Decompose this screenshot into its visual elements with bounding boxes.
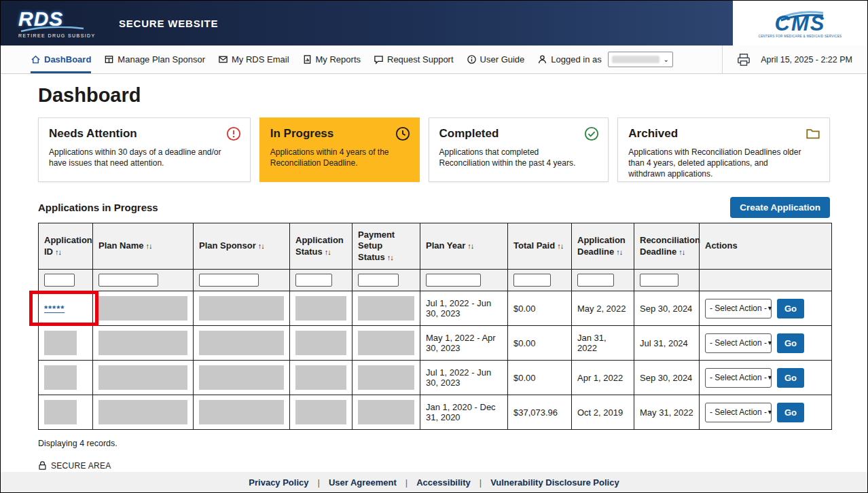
go-button[interactable]: Go <box>777 299 804 318</box>
rds-logo-text: RDS <box>18 9 98 29</box>
redacted-value <box>44 400 77 424</box>
plan-name-cell <box>93 395 194 430</box>
nav-item-request-support[interactable]: Request Support <box>374 45 454 73</box>
action-select[interactable]: - Select Action -▼ <box>705 368 772 388</box>
card-description: Applications with Reconciliation Deadlin… <box>628 147 819 180</box>
filter-reconciliation-deadline-input[interactable] <box>640 274 679 287</box>
total-paid-cell: $0.00 <box>508 361 572 395</box>
report-icon <box>302 54 312 65</box>
total-paid-cell: $0.00 <box>508 326 572 361</box>
col-application-id[interactable]: Application ID↑↓ <box>39 223 93 270</box>
nav-item-label: User Guide <box>480 54 525 65</box>
card-in-progress[interactable]: In Progress Applications within 4 years … <box>259 117 420 182</box>
redacted-value <box>199 365 284 390</box>
banner-right: CMS CENTERS FOR MEDICARE & MEDICAID SERV… <box>733 1 867 45</box>
card-completed[interactable]: Completed Applications that completed Re… <box>429 117 609 182</box>
table-filter-row <box>39 270 832 291</box>
nav-item-logged-in-as: Logged in as ⌄ <box>537 45 672 73</box>
filter-application-id-input[interactable] <box>44 274 75 287</box>
filter-total-paid-input[interactable] <box>513 274 551 287</box>
footer-link-accessibility[interactable]: Accessibility <box>416 477 471 488</box>
redacted-value <box>295 400 346 424</box>
filter-application-deadline-input[interactable] <box>577 274 614 287</box>
application-status-cell <box>290 361 352 395</box>
table-row: ***** Jul 1, 2022 - Jun 30, 2023 $0.00 M… <box>39 291 832 326</box>
plan-year-cell: Jul 1, 2022 - Jun 30, 2023 <box>420 291 508 326</box>
actions-cell: - Select Action -▼ Go <box>700 291 832 326</box>
action-select[interactable]: - Select Action -▼ <box>705 299 772 318</box>
card-description: Applications within 4 years of the Recon… <box>270 147 409 168</box>
total-paid-cell: $0.00 <box>508 291 572 326</box>
cms-tagline: CENTERS FOR MEDICARE & MEDICAID SERVICES <box>759 35 842 38</box>
table-row: Jan 1, 2020 - Dec 31, 2020 $37,073.96 Oc… <box>39 395 832 430</box>
check-circle-icon <box>584 126 599 141</box>
plan-name-cell <box>93 291 194 326</box>
page-title: Dashboard <box>38 84 830 107</box>
go-button[interactable]: Go <box>777 368 804 388</box>
col-total-paid[interactable]: Total Paid↑↓ <box>508 223 572 270</box>
logged-in-user-select[interactable]: ⌄ <box>608 52 673 67</box>
filter-plan-year-input[interactable] <box>426 274 481 287</box>
sort-icon[interactable]: ↑↓ <box>616 248 622 256</box>
actions-cell: - Select Action -▼ Go <box>700 361 832 395</box>
plan-name-cell <box>93 326 194 361</box>
secure-area-label: SECURE AREA <box>51 461 111 471</box>
banner-left: RDS RETIREE DRUG SUBSIDY SECURE WEBSITE <box>1 1 733 45</box>
filter-plan-sponsor-input[interactable] <box>199 274 259 287</box>
col-payment-setup-status[interactable]: Payment Setup Status↑↓ <box>352 223 420 270</box>
card-needs-attention[interactable]: Needs Attention Applications within 30 d… <box>38 117 251 182</box>
application-id-cell <box>39 395 93 430</box>
reconciliation-deadline-cell: Sep 30, 2024 <box>634 291 700 326</box>
chevron-down-icon: ▼ <box>767 305 773 312</box>
filter-payment-setup-status-input[interactable] <box>358 274 399 287</box>
sort-icon[interactable]: ↑↓ <box>557 242 563 250</box>
footer-link-vulnerability-disclosure[interactable]: Vulnerability Disclosure Policy <box>490 477 619 488</box>
payment-setup-status-cell <box>352 326 420 361</box>
nav-item-dashboard[interactable]: DashBoard <box>31 45 91 73</box>
application-id-link[interactable]: ***** <box>44 304 65 314</box>
action-select[interactable]: - Select Action -▼ <box>705 403 772 422</box>
plan-year-cell: May 1, 2022 - Apr 30, 2023 <box>420 326 508 361</box>
application-id-cell <box>39 326 93 361</box>
sort-icon[interactable]: ↑↓ <box>325 248 331 256</box>
redacted-value <box>98 400 187 424</box>
col-reconciliation-deadline[interactable]: Reconciliation Deadline↑↓ <box>634 223 700 270</box>
footer-link-privacy-policy[interactable]: Privacy Policy <box>249 477 308 488</box>
go-button[interactable]: Go <box>777 333 804 353</box>
top-banner: RDS RETIREE DRUG SUBSIDY SECURE WEBSITE … <box>1 1 867 45</box>
card-description: Applications within 30 days of a deadlin… <box>49 147 240 168</box>
nav-item-my-reports[interactable]: My Reports <box>302 45 361 73</box>
footer-separator: | <box>318 477 320 488</box>
plan-sponsor-cell <box>194 291 290 326</box>
create-application-button[interactable]: Create Application <box>730 197 830 218</box>
col-plan-sponsor[interactable]: Plan Sponsor↑↓ <box>194 223 290 270</box>
footer-link-user-agreement[interactable]: User Agreement <box>329 477 397 488</box>
action-select[interactable]: - Select Action -▼ <box>705 333 772 353</box>
printer-icon[interactable] <box>736 53 751 67</box>
chevron-down-icon: ▼ <box>767 340 773 346</box>
info-icon <box>467 54 477 65</box>
sort-icon[interactable]: ↑↓ <box>387 253 393 261</box>
sort-icon[interactable]: ↑↓ <box>55 248 61 256</box>
col-application-status[interactable]: Application Status↑↓ <box>290 223 352 270</box>
sort-icon[interactable]: ↑↓ <box>467 242 473 250</box>
payment-setup-status-cell <box>352 291 420 326</box>
sort-icon[interactable]: ↑↓ <box>679 248 685 256</box>
card-archived[interactable]: Archived Applications with Reconciliatio… <box>617 117 830 182</box>
nav-item-user-guide[interactable]: User Guide <box>467 45 525 73</box>
payment-setup-status-cell <box>352 395 420 430</box>
col-application-deadline[interactable]: Application Deadline↑↓ <box>572 223 634 270</box>
home-icon <box>31 54 41 65</box>
application-deadline-cell: May 2, 2022 <box>572 291 634 326</box>
sort-icon[interactable]: ↑↓ <box>145 242 151 250</box>
filter-plan-name-input[interactable] <box>98 274 158 287</box>
redacted-value <box>44 331 77 355</box>
sort-icon[interactable]: ↑↓ <box>258 242 264 250</box>
col-plan-year[interactable]: Plan Year↑↓ <box>420 223 508 270</box>
filter-application-status-input[interactable] <box>295 274 332 287</box>
col-plan-name[interactable]: Plan Name↑↓ <box>93 223 194 270</box>
go-button[interactable]: Go <box>777 403 804 422</box>
nav-item-manage-plan-sponsor[interactable]: Manage Plan Sponsor <box>104 45 205 73</box>
cms-logo-text: CMS <box>759 13 842 34</box>
nav-item-my-rds-email[interactable]: My RDS Email <box>218 45 289 73</box>
